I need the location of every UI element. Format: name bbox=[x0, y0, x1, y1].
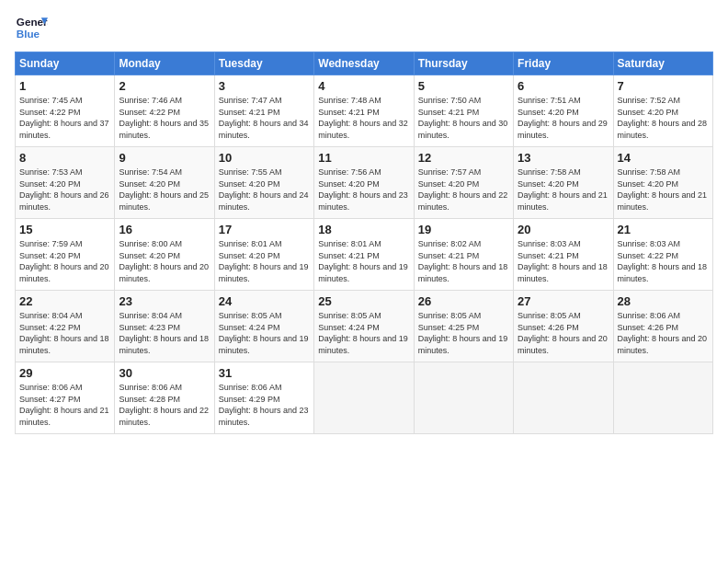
day-info: Sunrise: 8:03 AMSunset: 4:22 PMDaylight:… bbox=[618, 238, 709, 284]
day-info: Sunrise: 8:04 AMSunset: 4:22 PMDaylight:… bbox=[19, 310, 110, 356]
calendar-cell: 21 Sunrise: 8:03 AMSunset: 4:22 PMDaylig… bbox=[613, 219, 712, 291]
day-info: Sunrise: 7:58 AMSunset: 4:20 PMDaylight:… bbox=[618, 167, 709, 213]
day-number: 18 bbox=[318, 223, 409, 236]
day-info: Sunrise: 7:48 AMSunset: 4:21 PMDaylight:… bbox=[318, 95, 409, 141]
calendar-cell: 31 Sunrise: 8:06 AMSunset: 4:29 PMDaylig… bbox=[214, 362, 313, 434]
day-number: 26 bbox=[418, 294, 509, 308]
day-info: Sunrise: 7:56 AMSunset: 4:20 PMDaylight:… bbox=[318, 167, 409, 213]
day-info: Sunrise: 7:52 AMSunset: 4:20 PMDaylight:… bbox=[618, 95, 709, 141]
day-number: 6 bbox=[518, 79, 609, 93]
day-info: Sunrise: 7:53 AMSunset: 4:20 PMDaylight:… bbox=[19, 167, 110, 213]
calendar-cell: 13 Sunrise: 7:58 AMSunset: 4:20 PMDaylig… bbox=[514, 147, 613, 219]
calendar-cell: 6 Sunrise: 7:51 AMSunset: 4:20 PMDayligh… bbox=[514, 75, 613, 147]
calendar-cell: 23 Sunrise: 8:04 AMSunset: 4:23 PMDaylig… bbox=[115, 291, 214, 362]
calendar-cell: 9 Sunrise: 7:54 AMSunset: 4:20 PMDayligh… bbox=[115, 147, 214, 219]
day-number: 12 bbox=[418, 151, 509, 165]
calendar-cell: 14 Sunrise: 7:58 AMSunset: 4:20 PMDaylig… bbox=[613, 147, 712, 219]
calendar-cell: 2 Sunrise: 7:46 AMSunset: 4:22 PMDayligh… bbox=[115, 75, 214, 147]
day-number: 21 bbox=[618, 223, 709, 236]
weekday-header-saturday: Saturday bbox=[613, 52, 712, 75]
calendar-cell: 25 Sunrise: 8:05 AMSunset: 4:24 PMDaylig… bbox=[314, 291, 414, 362]
calendar-cell: 11 Sunrise: 7:56 AMSunset: 4:20 PMDaylig… bbox=[314, 147, 414, 219]
day-info: Sunrise: 7:54 AMSunset: 4:20 PMDaylight:… bbox=[119, 167, 210, 213]
day-info: Sunrise: 8:06 AMSunset: 4:29 PMDaylight:… bbox=[219, 382, 310, 428]
day-number: 5 bbox=[418, 79, 509, 93]
day-info: Sunrise: 7:58 AMSunset: 4:20 PMDaylight:… bbox=[518, 167, 609, 213]
weekday-header-sunday: Sunday bbox=[16, 52, 115, 75]
calendar-cell: 29 Sunrise: 8:06 AMSunset: 4:27 PMDaylig… bbox=[16, 362, 115, 434]
day-number: 17 bbox=[219, 223, 310, 236]
day-number: 13 bbox=[518, 151, 609, 165]
calendar-cell: 16 Sunrise: 8:00 AMSunset: 4:20 PMDaylig… bbox=[115, 219, 214, 291]
calendar-cell: 8 Sunrise: 7:53 AMSunset: 4:20 PMDayligh… bbox=[16, 147, 115, 219]
day-number: 23 bbox=[119, 294, 210, 308]
day-info: Sunrise: 7:59 AMSunset: 4:20 PMDaylight:… bbox=[19, 238, 110, 284]
calendar-cell bbox=[514, 362, 613, 434]
calendar-cell: 24 Sunrise: 8:05 AMSunset: 4:24 PMDaylig… bbox=[214, 291, 313, 362]
weekday-header-friday: Friday bbox=[514, 52, 613, 75]
day-info: Sunrise: 8:05 AMSunset: 4:26 PMDaylight:… bbox=[518, 310, 609, 356]
day-info: Sunrise: 7:51 AMSunset: 4:20 PMDaylight:… bbox=[518, 95, 609, 141]
day-info: Sunrise: 8:04 AMSunset: 4:23 PMDaylight:… bbox=[119, 310, 210, 356]
day-info: Sunrise: 7:50 AMSunset: 4:21 PMDaylight:… bbox=[418, 95, 509, 141]
day-info: Sunrise: 8:01 AMSunset: 4:21 PMDaylight:… bbox=[318, 238, 409, 284]
calendar-cell: 12 Sunrise: 7:57 AMSunset: 4:20 PMDaylig… bbox=[414, 147, 513, 219]
calendar-cell: 3 Sunrise: 7:47 AMSunset: 4:21 PMDayligh… bbox=[214, 75, 313, 147]
calendar-cell: 4 Sunrise: 7:48 AMSunset: 4:21 PMDayligh… bbox=[314, 75, 414, 147]
day-info: Sunrise: 7:45 AMSunset: 4:22 PMDaylight:… bbox=[19, 95, 110, 141]
day-info: Sunrise: 8:00 AMSunset: 4:20 PMDaylight:… bbox=[119, 238, 210, 284]
day-number: 1 bbox=[19, 79, 110, 93]
weekday-header-monday: Monday bbox=[115, 52, 214, 75]
day-number: 19 bbox=[418, 223, 509, 236]
svg-text:General: General bbox=[17, 16, 48, 28]
calendar-cell: 20 Sunrise: 8:03 AMSunset: 4:21 PMDaylig… bbox=[514, 219, 613, 291]
day-number: 30 bbox=[119, 366, 210, 380]
day-number: 2 bbox=[119, 79, 210, 93]
day-number: 15 bbox=[19, 223, 110, 236]
calendar-cell: 30 Sunrise: 8:06 AMSunset: 4:28 PMDaylig… bbox=[115, 362, 214, 434]
calendar-cell: 19 Sunrise: 8:02 AMSunset: 4:21 PMDaylig… bbox=[414, 219, 513, 291]
day-number: 22 bbox=[19, 294, 110, 308]
day-number: 25 bbox=[318, 294, 409, 308]
day-info: Sunrise: 8:05 AMSunset: 4:25 PMDaylight:… bbox=[418, 310, 509, 356]
day-number: 4 bbox=[318, 79, 409, 93]
calendar-cell: 5 Sunrise: 7:50 AMSunset: 4:21 PMDayligh… bbox=[414, 75, 513, 147]
day-number: 7 bbox=[618, 79, 709, 93]
calendar-cell: 1 Sunrise: 7:45 AMSunset: 4:22 PMDayligh… bbox=[16, 75, 115, 147]
day-info: Sunrise: 7:57 AMSunset: 4:20 PMDaylight:… bbox=[418, 167, 509, 213]
day-number: 3 bbox=[219, 79, 310, 93]
day-number: 10 bbox=[219, 151, 310, 165]
logo: General Blue bbox=[15, 11, 48, 44]
day-info: Sunrise: 8:03 AMSunset: 4:21 PMDaylight:… bbox=[518, 238, 609, 284]
calendar-cell: 26 Sunrise: 8:05 AMSunset: 4:25 PMDaylig… bbox=[414, 291, 513, 362]
calendar-cell: 18 Sunrise: 8:01 AMSunset: 4:21 PMDaylig… bbox=[314, 219, 414, 291]
day-info: Sunrise: 8:06 AMSunset: 4:28 PMDaylight:… bbox=[119, 382, 210, 428]
calendar-cell: 10 Sunrise: 7:55 AMSunset: 4:20 PMDaylig… bbox=[214, 147, 313, 219]
day-info: Sunrise: 8:02 AMSunset: 4:21 PMDaylight:… bbox=[418, 238, 509, 284]
calendar-cell: 7 Sunrise: 7:52 AMSunset: 4:20 PMDayligh… bbox=[613, 75, 712, 147]
day-number: 24 bbox=[219, 294, 310, 308]
weekday-header-wednesday: Wednesday bbox=[314, 52, 414, 75]
calendar-cell bbox=[314, 362, 414, 434]
calendar-cell: 17 Sunrise: 8:01 AMSunset: 4:20 PMDaylig… bbox=[214, 219, 313, 291]
day-number: 8 bbox=[19, 151, 110, 165]
day-number: 29 bbox=[19, 366, 110, 380]
calendar-cell bbox=[613, 362, 712, 434]
calendar-cell: 22 Sunrise: 8:04 AMSunset: 4:22 PMDaylig… bbox=[16, 291, 115, 362]
calendar-table: SundayMondayTuesdayWednesdayThursdayFrid… bbox=[15, 52, 713, 434]
day-number: 31 bbox=[219, 366, 310, 380]
day-info: Sunrise: 8:01 AMSunset: 4:20 PMDaylight:… bbox=[219, 238, 310, 284]
day-number: 9 bbox=[119, 151, 210, 165]
calendar-cell bbox=[414, 362, 513, 434]
day-info: Sunrise: 8:06 AMSunset: 4:27 PMDaylight:… bbox=[19, 382, 110, 428]
day-info: Sunrise: 8:06 AMSunset: 4:26 PMDaylight:… bbox=[618, 310, 709, 356]
day-info: Sunrise: 8:05 AMSunset: 4:24 PMDaylight:… bbox=[318, 310, 409, 356]
day-number: 14 bbox=[618, 151, 709, 165]
day-number: 27 bbox=[518, 294, 609, 308]
calendar-cell: 15 Sunrise: 7:59 AMSunset: 4:20 PMDaylig… bbox=[16, 219, 115, 291]
day-info: Sunrise: 7:55 AMSunset: 4:20 PMDaylight:… bbox=[219, 167, 310, 213]
calendar-cell: 28 Sunrise: 8:06 AMSunset: 4:26 PMDaylig… bbox=[613, 291, 712, 362]
day-number: 11 bbox=[318, 151, 409, 165]
day-info: Sunrise: 8:05 AMSunset: 4:24 PMDaylight:… bbox=[219, 310, 310, 356]
svg-text:Blue: Blue bbox=[17, 28, 40, 40]
